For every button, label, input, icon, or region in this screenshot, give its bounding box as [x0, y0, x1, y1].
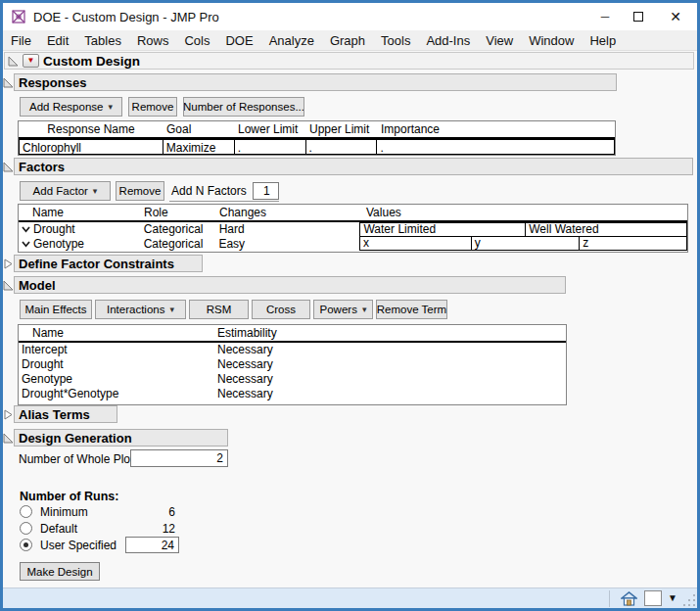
term-estimability[interactable]: Necessary	[214, 343, 566, 358]
col-upper-limit: Upper Limit	[306, 121, 378, 137]
response-name-cell[interactable]: Chlorophyll	[19, 139, 163, 155]
minimize-button[interactable]: ─	[590, 3, 620, 30]
remove-factor-button[interactable]: Remove	[116, 181, 164, 201]
factor-value-cell[interactable]: Water Limited	[359, 222, 526, 237]
factor-name-cell[interactable]: Drought	[19, 222, 141, 237]
main-effects-label: Main Effects	[24, 304, 86, 315]
maximize-button[interactable]	[624, 3, 653, 30]
factors-header-label: Factors	[19, 160, 65, 174]
menu-rows[interactable]: Rows	[129, 30, 177, 51]
remove-response-button[interactable]: Remove	[128, 97, 177, 117]
factor-name-cell[interactable]: Genotype	[19, 237, 141, 252]
term-estimability[interactable]: Necessary	[214, 387, 566, 402]
response-lower-cell[interactable]: .	[234, 139, 306, 155]
user-specified-input[interactable]	[125, 537, 179, 553]
number-of-responses-button[interactable]: Number of Responses...	[183, 97, 304, 117]
factors-table: Name Role Changes Values Drought Categor…	[18, 204, 688, 253]
add-response-button[interactable]: Add Response ▾	[20, 97, 122, 117]
menu-file[interactable]: File	[3, 30, 39, 51]
close-icon: ✕	[670, 9, 681, 24]
factor-chevron-icon[interactable]	[22, 226, 30, 233]
disclosure-open-icon[interactable]	[3, 161, 15, 173]
factor-value-cell[interactable]: x	[359, 236, 472, 251]
alias-terms-header[interactable]: Alias Terms	[14, 405, 117, 423]
menu-bar: File Edit Tables Rows Cols DOE Analyze G…	[3, 30, 697, 51]
factor-chevron-icon[interactable]	[22, 241, 30, 248]
make-design-button[interactable]: Make Design	[20, 562, 100, 581]
term-name[interactable]: Drought*Genotype	[19, 387, 214, 402]
term-estimability[interactable]: Necessary	[214, 372, 566, 388]
home-icon[interactable]	[621, 591, 637, 606]
design-generation-header[interactable]: Design Generation	[14, 429, 228, 446]
factor-value-cell[interactable]: z	[579, 236, 687, 251]
rsm-button[interactable]: RSM	[189, 300, 249, 319]
responses-header[interactable]: Responses	[14, 73, 617, 91]
minimum-label[interactable]: Minimum	[40, 505, 88, 519]
chevron-down-icon: ▾	[108, 102, 113, 112]
remove-term-button[interactable]: Remove Term	[376, 300, 447, 319]
user-specified-label[interactable]: User Specified	[40, 539, 117, 552]
col-values: Values	[360, 205, 687, 220]
menu-graph[interactable]: Graph	[322, 30, 373, 51]
menu-window[interactable]: Window	[521, 30, 582, 51]
disclosure-collapsed-icon[interactable]	[3, 408, 15, 421]
menu-cols[interactable]: Cols	[176, 30, 217, 51]
responses-header-label: Responses	[19, 75, 86, 90]
factor-role-cell[interactable]: Categorical	[141, 237, 216, 252]
response-goal-cell[interactable]: Maximize	[163, 139, 235, 155]
disclosure-open-icon[interactable]	[7, 55, 20, 68]
user-specified-radio[interactable]	[20, 539, 32, 551]
term-name[interactable]: Intercept	[19, 343, 214, 358]
red-triangle-menu-button[interactable]: ▼	[23, 54, 39, 68]
number-of-responses-label: Number of Responses...	[183, 101, 304, 113]
term-name[interactable]: Drought	[19, 357, 214, 373]
menu-tables[interactable]: Tables	[76, 30, 129, 51]
add-n-factors-label: Add N Factors	[169, 184, 253, 198]
menu-analyze[interactable]: Analyze	[261, 30, 322, 51]
response-upper-cell[interactable]: .	[305, 139, 378, 155]
factor-changes-cell[interactable]: Easy	[215, 237, 359, 252]
add-factor-button[interactable]: Add Factor ▾	[20, 181, 111, 201]
factor-value-cell[interactable]: Well Watered	[525, 222, 687, 237]
whole-plots-input[interactable]	[130, 449, 228, 467]
alias-terms-label: Alias Terms	[19, 407, 90, 422]
app-window: DOE - Custom Design - JMP Pro ─ ✕ File E…	[0, 0, 700, 611]
minimum-radio[interactable]	[20, 505, 32, 518]
disclosure-collapsed-icon[interactable]	[3, 258, 15, 270]
factors-header[interactable]: Factors	[14, 158, 693, 175]
define-factor-constraints-header[interactable]: Define Factor Constraints	[14, 255, 203, 272]
default-label[interactable]: Default	[40, 522, 77, 536]
cross-button[interactable]: Cross	[252, 300, 310, 319]
menu-addins[interactable]: Add-Ins	[418, 30, 478, 51]
resize-grip[interactable]	[681, 592, 695, 606]
powers-button[interactable]: Powers ▾	[313, 300, 373, 319]
menu-help[interactable]: Help	[582, 30, 624, 51]
caret-down-icon[interactable]: ▼	[668, 592, 677, 603]
chevron-down-icon: ▾	[362, 305, 367, 314]
close-button[interactable]: ✕	[661, 3, 690, 30]
factor-role-cell[interactable]: Categorical	[141, 222, 216, 237]
disclosure-open-icon[interactable]	[3, 76, 15, 89]
factor-value-cell[interactable]: y	[471, 236, 581, 251]
model-header[interactable]: Model	[14, 276, 566, 294]
col-lower-limit: Lower Limit	[235, 121, 306, 137]
factors-table-header: Name Role Changes Values	[19, 205, 687, 222]
add-n-factors-input[interactable]	[253, 182, 279, 200]
chevron-down-icon: ▾	[93, 186, 98, 196]
main-effects-button[interactable]: Main Effects	[20, 300, 92, 319]
term-estimability[interactable]: Necessary	[214, 357, 566, 373]
menu-edit[interactable]: Edit	[39, 30, 76, 51]
term-name[interactable]: Genotype	[19, 372, 214, 388]
factor-changes-cell[interactable]: Hard	[216, 222, 360, 237]
menu-view[interactable]: View	[478, 30, 521, 51]
response-importance-cell[interactable]: .	[376, 139, 615, 155]
remove-term-label: Remove Term	[377, 304, 446, 315]
default-runs-value: 12	[140, 522, 175, 536]
default-radio[interactable]	[20, 522, 32, 535]
interactions-button[interactable]: Interactions ▾	[95, 300, 186, 319]
disclosure-open-icon[interactable]	[3, 432, 15, 445]
menu-tools[interactable]: Tools	[373, 30, 418, 51]
window-list-button[interactable]	[644, 590, 662, 606]
menu-doe[interactable]: DOE	[217, 30, 260, 51]
disclosure-open-icon[interactable]	[3, 279, 15, 292]
